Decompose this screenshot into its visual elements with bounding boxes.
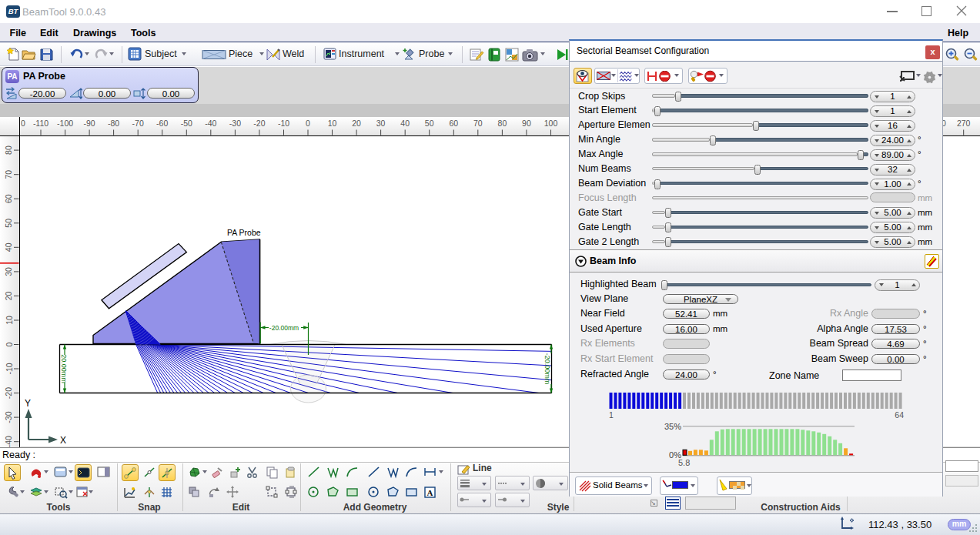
svg-text:-30: -30 bbox=[5, 411, 14, 423]
svg-text:10: 10 bbox=[5, 316, 14, 325]
svg-text:40: 40 bbox=[400, 119, 410, 128]
svg-text:90: 90 bbox=[522, 119, 531, 128]
svg-text:50: 50 bbox=[5, 219, 14, 228]
svg-text:-100: -100 bbox=[57, 119, 73, 128]
svg-text:70: 70 bbox=[5, 170, 14, 179]
svg-text:Y: Y bbox=[25, 398, 31, 409]
svg-text:0: 0 bbox=[5, 342, 14, 346]
svg-text:70: 70 bbox=[473, 119, 483, 128]
svg-text:40: 40 bbox=[5, 242, 14, 252]
svg-text:-10: -10 bbox=[278, 119, 289, 128]
svg-text:10: 10 bbox=[328, 119, 337, 128]
svg-text:30: 30 bbox=[376, 119, 386, 128]
svg-text:0: 0 bbox=[306, 119, 310, 128]
svg-text:-110: -110 bbox=[33, 119, 48, 128]
svg-text:-20: -20 bbox=[5, 387, 14, 399]
svg-text:PA Probe: PA Probe bbox=[227, 228, 261, 237]
svg-text:-20.00mm: -20.00mm bbox=[544, 353, 551, 385]
svg-text:60: 60 bbox=[449, 119, 458, 128]
svg-text:-20: -20 bbox=[253, 119, 265, 128]
svg-text:-20.00mm: -20.00mm bbox=[269, 324, 299, 332]
svg-text:0: 0 bbox=[21, 119, 25, 128]
svg-text:-60: -60 bbox=[156, 119, 168, 128]
svg-text:60: 60 bbox=[5, 194, 14, 203]
svg-text:80: 80 bbox=[5, 145, 14, 155]
svg-text:20: 20 bbox=[5, 291, 14, 300]
svg-text:-40: -40 bbox=[205, 119, 216, 128]
svg-text:100: 100 bbox=[544, 119, 558, 128]
svg-text:-40: -40 bbox=[5, 436, 14, 447]
svg-text:-80: -80 bbox=[108, 119, 119, 128]
svg-text:X: X bbox=[60, 435, 66, 446]
svg-text:-70: -70 bbox=[132, 119, 144, 128]
svg-text:20: 20 bbox=[352, 119, 361, 128]
svg-text:-90: -90 bbox=[84, 119, 95, 128]
svg-text:-30: -30 bbox=[229, 119, 241, 128]
svg-text:270: 270 bbox=[957, 119, 971, 128]
svg-text:80: 80 bbox=[498, 119, 507, 128]
svg-text:20.00mm: 20.00mm bbox=[60, 354, 68, 383]
svg-text:30: 30 bbox=[5, 267, 14, 276]
svg-text:-10: -10 bbox=[5, 363, 14, 374]
svg-text:-50: -50 bbox=[181, 119, 192, 128]
svg-text:50: 50 bbox=[425, 119, 434, 128]
